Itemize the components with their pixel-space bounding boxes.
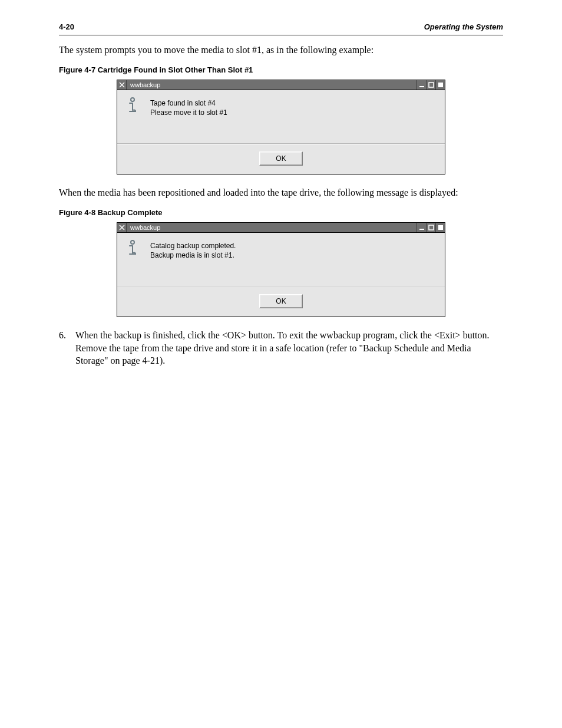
svg-rect-2 [419,86,424,87]
step6-number: 6. [59,329,75,367]
dialog-message: Catalog backup completed. Backup media i… [150,239,236,260]
minimize-button[interactable] [416,223,426,232]
section-title: Operating the System [424,22,503,31]
page-header: 4-20 Operating the System [59,0,503,35]
intro-paragraph: The system prompts you to move the media… [59,44,503,57]
between-paragraph: When the media has been repositioned and… [59,186,503,199]
info-icon [125,240,142,258]
dialog-slot-warning: wwbackup [117,80,445,174]
svg-rect-10 [438,225,443,230]
page-number: 4-20 [59,22,74,31]
system-menu-button[interactable] [117,223,127,232]
dialog-message: Tape found in slot #4 Please move it to … [150,96,227,117]
ok-button[interactable]: OK [259,294,303,308]
dialog-titlebar: wwbackup [117,80,445,90]
figure7-caption: Figure 4-7 Cartridge Found in Slot Other… [59,65,503,75]
ok-button[interactable]: OK [259,151,303,166]
minimize-button[interactable] [416,80,426,90]
system-menu-button[interactable] [117,80,127,90]
svg-rect-3 [429,83,434,87]
close-button[interactable] [435,80,445,90]
maximize-button[interactable] [426,223,435,232]
dialog-titlebar: wwbackup [117,223,445,233]
step6-text: When the backup is finished, click the <… [75,329,503,367]
info-icon [125,97,142,115]
dialog-title: wwbackup [127,223,416,232]
svg-rect-8 [419,229,424,230]
ok-button-label: OK [276,297,286,306]
dialog-title: wwbackup [127,80,416,90]
figure8-caption: Figure 4-8 Backup Complete [59,207,503,218]
svg-point-11 [131,241,134,244]
close-button[interactable] [435,223,445,232]
maximize-button[interactable] [426,80,435,90]
svg-rect-9 [429,225,434,230]
svg-point-5 [131,98,134,101]
ok-button-label: OK [276,154,286,163]
dialog-backup-complete: wwbackup [117,222,445,317]
svg-rect-4 [438,83,443,87]
